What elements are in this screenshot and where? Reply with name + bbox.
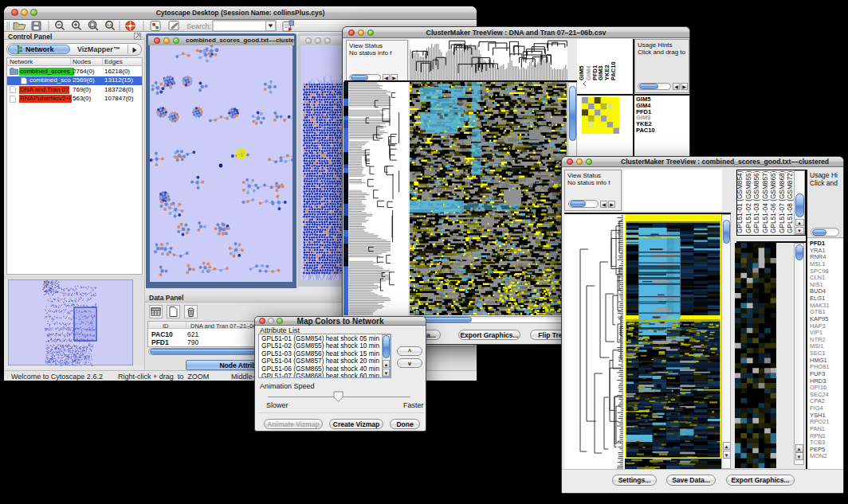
svg-text:GPL51-07 (GSM868): GPL51-07 (GSM868) — [778, 170, 786, 233]
svg-text:GPL51-03 (GSM856): GPL51-03 (GSM856) — [752, 170, 760, 233]
svg-text:GPL51-02 (GSM855): GPL51-02 (GSM855) — [744, 170, 752, 233]
svg-text:GPL51-08 (GSM872): GPL51-08 (GSM872) — [786, 170, 794, 233]
svg-text:Search:: Search: — [186, 22, 211, 30]
svg-text:GPL51-06 (GSM865): GPL51-06 (GSM865) — [769, 170, 777, 233]
svg-text:GPL51-04 (GSM857): GPL51-04 (GSM857) — [761, 170, 769, 233]
svg-text:PAC10: PAC10 — [610, 61, 617, 80]
svg-text:GPL51-01 (GSM854): GPL51-01 (GSM854) — [737, 170, 744, 233]
svg-text:1:1: 1:1 — [107, 23, 112, 27]
